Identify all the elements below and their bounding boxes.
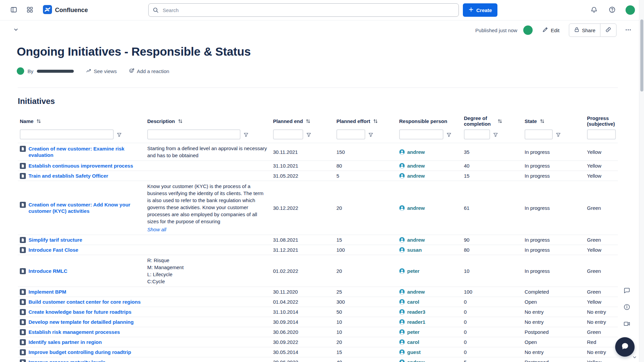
filter-input-name[interactable] <box>20 129 114 139</box>
video-panel-button[interactable] <box>623 320 631 328</box>
initiative-link[interactable]: Implement BPM <box>29 289 66 295</box>
scrollbar-thumb[interactable] <box>640 19 643 92</box>
filter-cell <box>334 129 397 143</box>
initiative-link[interactable]: Train and establish Safety Officer <box>29 173 108 179</box>
responsible-person-link[interactable]: carol <box>407 299 419 305</box>
name-cell: Create knowledge base for future roadtri… <box>18 307 145 317</box>
copy-link-button[interactable] <box>600 24 616 37</box>
emoji-plus-icon <box>129 68 135 74</box>
responsible-person-link[interactable]: carol <box>407 339 419 345</box>
responsible-person-link[interactable]: andrew <box>407 237 425 243</box>
filter-cell <box>523 129 585 143</box>
confluence-home-link[interactable]: Confluence <box>43 5 88 15</box>
page-doc-icon <box>20 309 26 315</box>
sort-icon[interactable] <box>540 119 545 124</box>
profile-button[interactable] <box>625 4 636 16</box>
initiative-link[interactable]: Establish continuous improvement process <box>29 163 133 169</box>
column-header-planned-end[interactable]: Planned end <box>271 113 334 129</box>
sidebar-toggle-button[interactable] <box>8 4 19 16</box>
more-actions-button[interactable] <box>623 24 634 36</box>
initiative-link[interactable]: Improve budget controlling during roadtr… <box>29 349 131 355</box>
planned-effort-cell: 150 <box>334 143 397 161</box>
show-all-link[interactable]: Show all <box>147 226 166 233</box>
sort-icon[interactable] <box>306 119 311 124</box>
share-button[interactable]: Share <box>569 24 600 37</box>
filter-funnel-icon[interactable] <box>244 132 249 137</box>
column-header-degree-of-completion[interactable]: Degree of completion <box>462 113 523 129</box>
responsible-person-link[interactable]: susan <box>407 247 422 253</box>
responsible-person-link[interactable]: reader1 <box>407 319 425 325</box>
initiative-link[interactable]: Introduce RMLC <box>29 268 67 274</box>
details-panel-button[interactable] <box>623 303 631 312</box>
scroll-down-arrow[interactable] <box>632 355 637 361</box>
filter-input-degree-of-completion[interactable] <box>464 129 490 139</box>
filter-funnel-icon[interactable] <box>306 132 311 137</box>
create-button[interactable]: Create <box>463 3 497 17</box>
comments-panel-button[interactable] <box>623 287 631 295</box>
filter-funnel-icon[interactable] <box>493 132 498 137</box>
responsible-person-cell: carol <box>397 297 462 307</box>
search-icon <box>153 7 159 14</box>
name-cell: Creation of new customer: Examine risk e… <box>18 143 145 161</box>
responsible-person-link[interactable]: peter <box>407 329 420 335</box>
column-header-progress-subjective[interactable]: Progress (subjective) <box>585 113 618 129</box>
initiative-link[interactable]: Build customer contact center for core r… <box>29 299 141 305</box>
top-navigation-bar: Confluence Create <box>0 0 644 20</box>
initiative-link[interactable]: Identify sales partner in region <box>29 339 102 345</box>
filter-funnel-icon[interactable] <box>368 132 373 137</box>
filter-input-description[interactable] <box>147 129 240 139</box>
edit-button[interactable]: Edit <box>539 24 563 37</box>
initiative-link[interactable]: Simplify tarif structure <box>29 237 82 243</box>
filter-funnel-icon[interactable] <box>446 132 451 137</box>
column-header-planned-effort[interactable]: Planned effort <box>334 113 397 129</box>
filter-input-planned-end[interactable] <box>273 129 303 139</box>
responsible-person-link[interactable]: andrew <box>407 163 425 169</box>
column-header-description[interactable]: Description <box>145 113 271 129</box>
filter-input-progress-subjective[interactable] <box>587 129 616 139</box>
initiative-link[interactable]: Develop new template for detailled plann… <box>29 319 133 325</box>
responsible-person-link[interactable]: andrew <box>407 149 425 155</box>
responsible-person-link[interactable]: andrew <box>407 173 425 179</box>
sort-icon[interactable] <box>497 119 502 124</box>
trend-line-icon <box>86 68 92 74</box>
filter-input-planned-effort[interactable] <box>336 129 365 139</box>
column-header-name[interactable]: Name <box>18 113 145 129</box>
assistant-fab-button[interactable] <box>615 337 635 357</box>
state-cell: Postponed <box>523 327 585 337</box>
notifications-button[interactable] <box>588 4 600 16</box>
search-input[interactable] <box>148 3 459 17</box>
column-header-responsible-person[interactable]: Responsible person <box>397 113 462 129</box>
page-doc-icon <box>20 349 26 355</box>
responsible-person-link[interactable]: guest <box>407 349 421 355</box>
initiative-link[interactable]: Creation of new customer: Add Know your … <box>29 201 143 214</box>
planned-effort-cell: 80 <box>334 161 397 171</box>
info-circle-icon <box>623 303 631 312</box>
responsible-person-link[interactable]: peter <box>407 268 420 274</box>
filter-funnel-icon[interactable] <box>117 132 122 137</box>
progress-cell: Yellow <box>585 143 618 161</box>
filter-funnel-icon[interactable] <box>556 132 561 137</box>
initiative-link[interactable]: Create knowledge base for future roadtri… <box>29 309 131 315</box>
state-cell: Completed <box>523 287 585 297</box>
see-views-button[interactable]: See views <box>86 68 117 74</box>
filter-input-state[interactable] <box>525 129 553 139</box>
planned-effort-cell: 15 <box>334 347 397 357</box>
help-button[interactable] <box>606 4 618 16</box>
add-reaction-button[interactable]: Add a reaction <box>129 68 169 74</box>
responsible-person-link[interactable]: andrew <box>407 205 425 211</box>
sort-icon[interactable] <box>36 119 41 124</box>
sort-icon[interactable] <box>178 119 183 124</box>
responsible-person-link[interactable]: andrew <box>407 359 425 362</box>
responsible-person-link[interactable]: andrew <box>407 289 425 295</box>
filter-input-responsible-person[interactable] <box>399 129 443 139</box>
page-doc-icon <box>20 339 26 345</box>
initiative-link[interactable]: Improve process maturity levels <box>29 359 105 362</box>
responsible-person-link[interactable]: reader3 <box>407 309 425 315</box>
sort-icon[interactable] <box>373 119 378 124</box>
initiative-link[interactable]: Creation of new customer: Examine risk e… <box>29 145 143 158</box>
collapse-page-tree-button[interactable] <box>10 24 21 36</box>
app-switcher-button[interactable] <box>24 4 36 16</box>
column-header-state[interactable]: State <box>523 113 585 129</box>
initiative-link[interactable]: Introduce Fast Close <box>29 247 78 253</box>
initiative-link[interactable]: Establish risk management processes <box>29 329 120 335</box>
